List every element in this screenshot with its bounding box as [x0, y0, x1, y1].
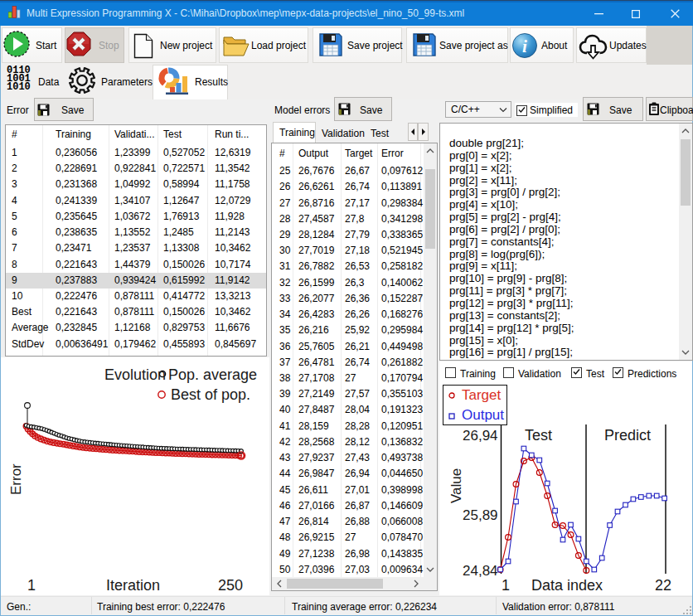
svg-text:i: i: [522, 36, 527, 56]
